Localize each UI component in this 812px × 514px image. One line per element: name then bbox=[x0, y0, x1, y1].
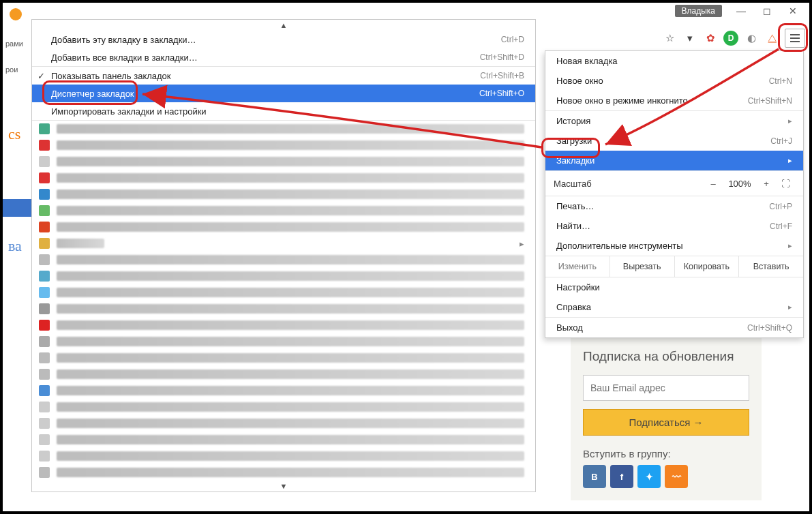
submenu-add-tab[interactable]: Добавить эту вкладку в закладки… Ctrl+D bbox=[32, 31, 535, 48]
minimize-button[interactable]: — bbox=[729, 3, 753, 18]
window-controls: Владыка — ◻ ✕ bbox=[675, 3, 810, 19]
bookmark-item[interactable] bbox=[32, 432, 535, 448]
bookmarks-submenu: ▲ Добавить эту вкладку в закладки… Ctrl+… bbox=[31, 19, 536, 492]
fullscreen-button[interactable]: ⛶ bbox=[776, 179, 795, 189]
submenu-import[interactable]: Импортировать закладки и настройки bbox=[32, 102, 535, 120]
bookmark-item[interactable] bbox=[32, 317, 535, 333]
join-group-label: Вступить в группу: bbox=[583, 448, 749, 459]
submenu-scroll-down[interactable]: ▼ bbox=[32, 481, 535, 492]
menu-exit[interactable]: Выход Ctrl+Shift+Q bbox=[545, 318, 803, 337]
bookmark-item[interactable] bbox=[32, 415, 535, 432]
menu-edit-row: Изменить Вырезать Копировать Вставить bbox=[545, 256, 803, 277]
submenu-add-all[interactable]: Добавить все вкладки в закладки… Ctrl+Sh… bbox=[32, 48, 535, 66]
bookmark-item[interactable] bbox=[32, 186, 535, 202]
social-facebook-icon[interactable]: f bbox=[610, 465, 633, 488]
bookmark-item[interactable] bbox=[32, 121, 535, 137]
zoom-value: 100% bbox=[723, 179, 757, 189]
bookmark-item[interactable] bbox=[32, 284, 535, 301]
subscribe-email-input[interactable] bbox=[583, 375, 749, 401]
bookmark-item[interactable] bbox=[32, 382, 535, 399]
extension-icon-4[interactable]: ⧋ bbox=[764, 31, 779, 46]
bookmark-item[interactable] bbox=[32, 170, 535, 186]
bookmark-item[interactable] bbox=[32, 202, 535, 219]
bookmark-item[interactable] bbox=[32, 350, 535, 366]
extension-icon-1[interactable]: ✿ bbox=[703, 31, 718, 46]
menu-zoom-row: Масштаб – 100% + ⛶ bbox=[545, 171, 803, 196]
bookmark-item[interactable] bbox=[32, 448, 535, 464]
bookmark-item[interactable] bbox=[32, 219, 535, 235]
menu-copy[interactable]: Копировать bbox=[675, 256, 740, 277]
zoom-out-button[interactable]: – bbox=[704, 175, 723, 192]
bookmark-item[interactable] bbox=[32, 333, 535, 350]
subscribe-panel: Подписка на обновления Подписаться → Вст… bbox=[571, 337, 762, 500]
bookmark-item[interactable] bbox=[32, 399, 535, 415]
bookmark-item[interactable] bbox=[32, 301, 535, 317]
menu-more-tools[interactable]: Дополнительные инструменты bbox=[545, 236, 803, 256]
maximize-button[interactable]: ◻ bbox=[755, 3, 779, 18]
bookmark-item[interactable] bbox=[32, 252, 535, 268]
hamburger-menu-button[interactable] bbox=[785, 29, 805, 48]
menu-history[interactable]: История bbox=[545, 111, 803, 131]
page-left-strip: рами рои bbox=[3, 37, 31, 511]
menu-help[interactable]: Справка bbox=[545, 297, 803, 317]
pocket-icon[interactable]: ▾ bbox=[682, 31, 697, 46]
star-icon[interactable]: ☆ bbox=[662, 31, 677, 46]
social-vk-icon[interactable]: B bbox=[583, 465, 606, 488]
menu-bookmarks[interactable]: Закладки bbox=[545, 151, 803, 170]
menu-print[interactable]: Печать… Ctrl+P bbox=[545, 196, 803, 216]
social-twitter-icon[interactable]: ✦ bbox=[637, 465, 661, 488]
menu-downloads[interactable]: Загрузки Ctrl+J bbox=[545, 131, 803, 151]
social-rss-icon[interactable]: 〰 bbox=[665, 465, 688, 488]
submenu-show-bar[interactable]: Показывать панель закладок Ctrl+Shift+B bbox=[32, 67, 535, 85]
bookmark-folder[interactable] bbox=[32, 235, 535, 252]
menu-cut[interactable]: Вырезать bbox=[610, 256, 675, 277]
close-window-button[interactable]: ✕ bbox=[781, 3, 805, 18]
extension-icon-3[interactable]: ◐ bbox=[744, 31, 759, 46]
bookmark-item[interactable] bbox=[32, 268, 535, 284]
bookmark-item[interactable] bbox=[32, 153, 535, 170]
menu-new-window[interactable]: Новое окно Ctrl+N bbox=[545, 71, 803, 91]
submenu-scroll-up[interactable]: ▲ bbox=[32, 20, 535, 31]
zoom-in-button[interactable]: + bbox=[757, 175, 776, 192]
extension-icon-2[interactable]: D bbox=[723, 31, 738, 46]
bookmark-item[interactable] bbox=[32, 366, 535, 382]
menu-settings[interactable]: Настройки bbox=[545, 277, 803, 297]
subscribe-title: Подписка на обновления bbox=[583, 349, 749, 364]
social-row: B f ✦ 〰 bbox=[583, 465, 749, 488]
menu-find[interactable]: Найти… Ctrl+F bbox=[545, 216, 803, 236]
main-menu: Новая вкладка Новое окно Ctrl+N Новое ок… bbox=[545, 50, 804, 338]
bookmark-item[interactable] bbox=[32, 137, 535, 153]
menu-incognito[interactable]: Новое окно в режиме инкогнито Ctrl+Shift… bbox=[545, 91, 803, 110]
subscribe-button[interactable]: Подписаться → bbox=[583, 409, 749, 436]
active-tab-favicon bbox=[10, 8, 22, 20]
menu-new-tab[interactable]: Новая вкладка bbox=[545, 51, 803, 71]
browser-toolbar-right: ☆ ▾ ✿ D ◐ ⧋ bbox=[662, 29, 805, 48]
submenu-bookmark-manager[interactable]: Диспетчер закладок Ctrl+Shift+O bbox=[32, 85, 535, 102]
bookmark-item[interactable] bbox=[32, 464, 535, 481]
user-badge: Владыка bbox=[675, 5, 723, 17]
menu-paste[interactable]: Вставить bbox=[739, 256, 803, 277]
